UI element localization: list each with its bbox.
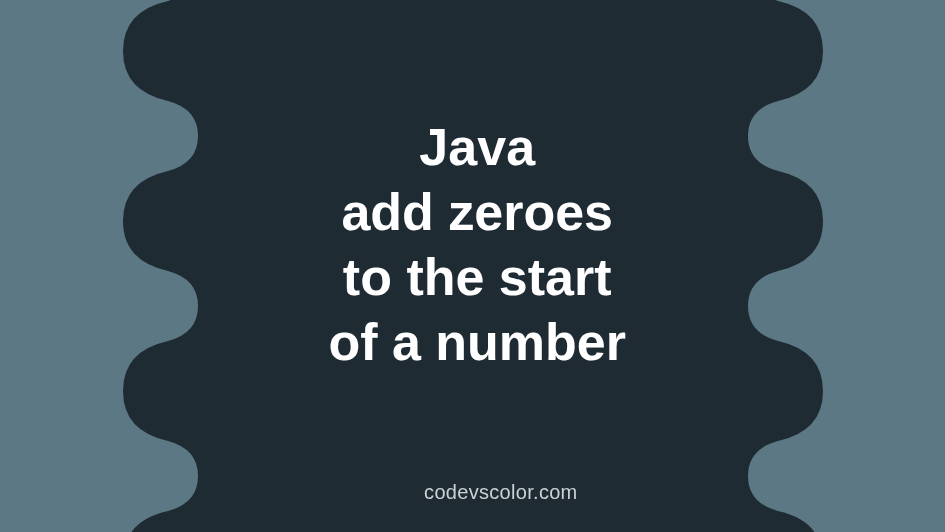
title-text: Java add zeroes to the start of a number	[328, 115, 626, 375]
title-line-1: Java	[328, 115, 626, 180]
title-line-4: of a number	[328, 310, 626, 375]
title-line-2: add zeroes	[328, 180, 626, 245]
watermark-text: codevscolor.com	[424, 481, 577, 504]
title-line-3: to the start	[328, 245, 626, 310]
